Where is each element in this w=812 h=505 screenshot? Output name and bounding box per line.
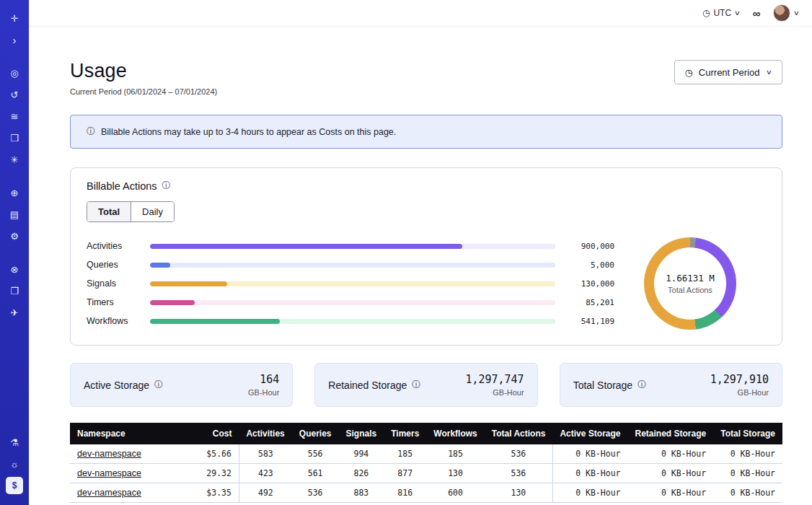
period-selector-label: Current Period xyxy=(699,67,760,78)
storage-summary-row: Active Storage ⓘ 164 GB-Hour Retained St… xyxy=(70,363,782,407)
cell-total-actions: 536 xyxy=(485,444,553,464)
cloud-icon[interactable]: ⊕ xyxy=(6,184,23,201)
title-block: Usage Current Period (06/01/2024 – 07/01… xyxy=(70,60,217,96)
timezone-selector[interactable]: ◷ UTC ∨ xyxy=(702,8,740,18)
storage-card-label: Retained Storage ⓘ xyxy=(328,379,420,391)
sidebar-collapse-icon[interactable]: › xyxy=(6,31,23,48)
cell-total-actions: 130 xyxy=(485,483,553,503)
tab-total[interactable]: Total xyxy=(87,202,131,221)
topbar: ◷ UTC ∨ ∞ ∨ xyxy=(29,0,812,27)
cell-retained-storage: 0 KB-Hour xyxy=(627,483,713,503)
donut-center: 1.66131 M Total Actions xyxy=(654,247,726,320)
page-subtitle: Current Period (06/01/2024 – 07/01/2024) xyxy=(70,87,217,96)
cell-queries: 536 xyxy=(292,483,339,503)
retained-storage-card: Retained Storage ⓘ 1,297,747 GB-Hour xyxy=(314,363,537,407)
bar-row-workflows: Workflows 541,109 xyxy=(87,312,614,330)
bar-label: Signals xyxy=(87,278,138,289)
bar-row-queries: Queries 5,000 xyxy=(87,255,614,274)
billing-icon[interactable]: ▤ xyxy=(6,206,23,223)
namespace-link[interactable]: dev-namespace xyxy=(77,449,141,459)
storage-card-title: Retained Storage xyxy=(328,379,407,391)
table-header: Namespace Cost Activities Queries Signal… xyxy=(70,423,782,444)
settings-gear-icon[interactable]: ⚙ xyxy=(6,227,23,245)
cell-signals: 883 xyxy=(339,483,384,503)
bar-track xyxy=(150,244,555,249)
deployments-icon[interactable]: ❒ xyxy=(6,129,23,146)
col-header-workflows: Workflows xyxy=(426,423,484,444)
bar-fill xyxy=(150,263,170,268)
schedules-icon[interactable]: ≋ xyxy=(6,107,23,125)
cell-retained-storage: 0 KB-Hour xyxy=(627,444,713,464)
sidebar-group-workspace: ◎ ↺ ≋ ❒ ✳ xyxy=(6,62,23,170)
storage-card-value-block: 164 GB-Hour xyxy=(248,373,279,397)
theme-toggle-icon[interactable]: ☼ xyxy=(6,455,23,473)
col-header-total-actions: Total Actions xyxy=(485,423,553,444)
cell-workflows: 185 xyxy=(426,444,484,464)
cell-signals: 994 xyxy=(339,444,384,464)
bar-track xyxy=(150,319,555,324)
bar-fill xyxy=(150,244,462,249)
bar-track xyxy=(150,300,555,305)
col-header-namespace: Namespace xyxy=(70,423,196,444)
storage-card-label: Active Storage ⓘ xyxy=(84,379,163,391)
cell-cost: 29.32 xyxy=(196,464,239,483)
usage-dollar-icon[interactable]: $ xyxy=(6,477,23,494)
cell-queries: 556 xyxy=(292,444,339,464)
labs-flask-icon[interactable]: ⚗ xyxy=(6,434,23,451)
page-header: Usage Current Period (06/01/2024 – 07/01… xyxy=(70,60,782,96)
namespace-link[interactable]: dev-namespace xyxy=(77,468,141,478)
storage-card-label: Total Storage ⓘ xyxy=(573,379,647,391)
storage-card-value: 164 xyxy=(248,373,279,386)
namespace-link[interactable]: dev-namespace xyxy=(77,488,141,498)
timezone-label: UTC xyxy=(713,8,731,18)
namespaces-icon[interactable]: ◎ xyxy=(6,64,23,82)
nexus-icon[interactable]: ✳ xyxy=(6,151,23,168)
avatar xyxy=(773,4,790,22)
donut-total-label: Total Actions xyxy=(668,286,712,294)
col-header-activities: Activities xyxy=(239,423,291,444)
cell-cost: $3.35 xyxy=(196,483,239,503)
docs-icon[interactable]: ❐ xyxy=(6,282,23,299)
cell-timers: 816 xyxy=(384,483,426,503)
storage-card-title: Active Storage xyxy=(84,379,149,391)
bar-row-activities: Activities 900,000 xyxy=(87,237,614,255)
cell-timers: 877 xyxy=(384,464,426,483)
billable-actions-card: Billable Actions ⓘ Total Daily Activitie… xyxy=(70,167,782,346)
storage-card-value-block: 1,297,910 GB-Hour xyxy=(710,373,769,397)
period-selector-button[interactable]: ◷ Current Period ∨ xyxy=(674,60,782,84)
bar-row-timers: Timers 85,201 xyxy=(87,293,614,312)
info-icon[interactable]: ⓘ xyxy=(412,379,420,391)
billable-view-tabs: Total Daily xyxy=(87,201,175,222)
sidebar: ✛ › ◎ ↺ ≋ ❒ ✳ ⊕ ▤ ⚙ ⊗ ❐ ✈ ⚗ ☼ $ xyxy=(0,0,29,505)
cell-workflows: 130 xyxy=(426,464,484,483)
support-icon[interactable]: ⊗ xyxy=(6,260,23,278)
info-icon[interactable]: ⓘ xyxy=(154,379,163,391)
cell-cost: $5.66 xyxy=(196,444,239,464)
bar-track xyxy=(150,281,555,286)
page-content: Usage Current Period (06/01/2024 – 07/01… xyxy=(29,27,812,505)
history-icon[interactable]: ↺ xyxy=(6,86,23,103)
info-icon[interactable]: ⓘ xyxy=(637,379,646,391)
clock-icon: ◷ xyxy=(702,8,710,18)
sidebar-group-account: ⊕ ▤ ⚙ xyxy=(6,182,23,247)
col-header-cost: Cost xyxy=(196,423,239,444)
table-row: dev-namespace 29.32 423 561 826 877 130 … xyxy=(70,464,782,483)
storage-card-unit: GB-Hour xyxy=(710,388,769,397)
sidebar-group-help: ⊗ ❐ ✈ xyxy=(6,258,23,323)
bar-label: Workflows xyxy=(87,316,138,326)
bar-value: 541,109 xyxy=(567,317,614,326)
info-icon[interactable]: ⓘ xyxy=(162,180,171,192)
bar-fill xyxy=(150,300,195,305)
info-icon: ⓘ xyxy=(87,126,95,138)
table-row: dev-namespace $3.35 492 536 883 816 600 … xyxy=(70,483,782,503)
feedback-icon[interactable]: ✈ xyxy=(6,304,23,321)
glasses-icon[interactable]: ∞ xyxy=(753,7,761,19)
tab-daily[interactable]: Daily xyxy=(131,202,174,221)
cell-activities: 423 xyxy=(239,464,291,483)
donut-chart-wrap: 1.66131 M Total Actions xyxy=(614,237,766,330)
app-window: ✛ › ◎ ↺ ≋ ❒ ✳ ⊕ ▤ ⚙ ⊗ ❐ ✈ ⚗ ☼ $ ◷ xyxy=(0,0,812,505)
cell-active-storage: 0 KB-Hour xyxy=(552,464,627,483)
table-row: dev-namespace $5.66 583 556 994 185 185 … xyxy=(70,444,782,464)
user-menu[interactable]: ∨ xyxy=(773,4,799,22)
col-header-signals: Signals xyxy=(339,423,384,444)
